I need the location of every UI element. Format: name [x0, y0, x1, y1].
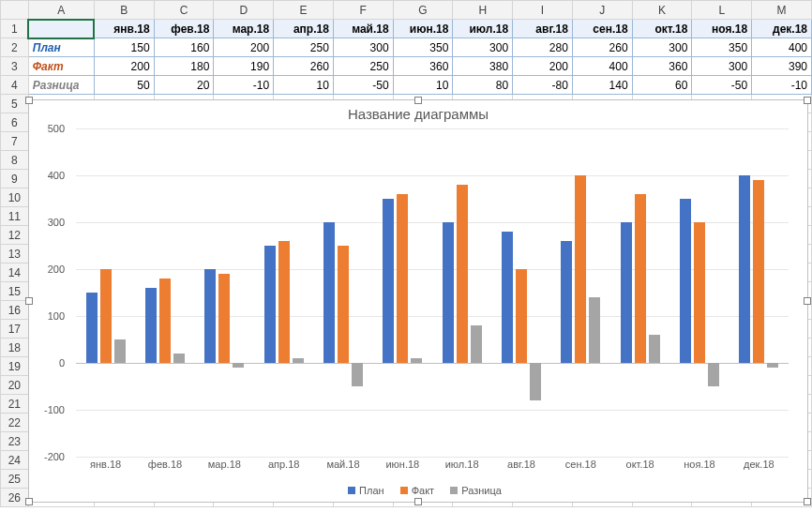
cell[interactable]: 10 — [393, 76, 453, 95]
cell[interactable]: -10 — [214, 76, 274, 95]
row-header[interactable]: 1 — [1, 20, 29, 38]
row-header[interactable]: 20 — [1, 376, 29, 395]
cell[interactable]: 260 — [274, 57, 334, 76]
cell[interactable]: 300 — [333, 38, 393, 57]
chart-bar[interactable] — [708, 363, 719, 386]
col-header[interactable]: M — [752, 1, 812, 20]
row-header[interactable]: 21 — [1, 395, 29, 414]
row-header[interactable]: 11 — [1, 207, 29, 226]
cell[interactable]: 350 — [393, 38, 453, 57]
chart-bar[interactable] — [278, 241, 290, 363]
cell[interactable]: ноя.18 — [692, 20, 752, 38]
chart-bar[interactable] — [443, 222, 454, 363]
resize-handle-icon[interactable] — [804, 97, 811, 104]
cell[interactable]: 380 — [453, 57, 513, 76]
cell[interactable]: 390 — [752, 57, 812, 76]
chart-bar[interactable] — [589, 297, 600, 363]
cell[interactable]: 20 — [154, 76, 214, 95]
row-label[interactable]: Разница — [28, 76, 94, 95]
col-header[interactable]: K — [632, 1, 692, 20]
cell[interactable]: 140 — [572, 76, 632, 95]
row-header[interactable]: 24 — [1, 451, 29, 470]
cell[interactable]: авг.18 — [513, 20, 573, 38]
chart-bar[interactable] — [561, 241, 572, 363]
chart-bar[interactable] — [218, 274, 230, 363]
row-label[interactable]: Факт — [28, 57, 94, 76]
cell[interactable]: июн.18 — [393, 20, 453, 38]
row-header[interactable]: 10 — [1, 188, 29, 207]
col-header[interactable]: E — [274, 1, 334, 20]
cell[interactable]: 160 — [154, 38, 214, 57]
cell[interactable]: апр.18 — [274, 20, 334, 38]
col-header[interactable]: H — [453, 1, 513, 20]
cell[interactable]: 180 — [154, 57, 214, 76]
row-header[interactable]: 15 — [1, 282, 29, 301]
chart-bar[interactable] — [471, 325, 482, 363]
chart-bar[interactable] — [352, 363, 363, 386]
chart-bar[interactable] — [530, 363, 541, 400]
chart-bar[interactable] — [100, 269, 112, 363]
chart-bar[interactable] — [159, 279, 171, 363]
cell[interactable]: дек.18 — [752, 20, 812, 38]
cell[interactable]: 280 — [513, 38, 573, 57]
cell[interactable]: июл.18 — [453, 20, 513, 38]
row-header[interactable]: 5 — [1, 95, 29, 113]
cell[interactable]: -50 — [692, 76, 752, 95]
resize-handle-icon[interactable] — [804, 297, 811, 305]
col-header[interactable]: L — [692, 1, 752, 20]
chart-bar[interactable] — [173, 354, 185, 363]
col-header[interactable]: G — [393, 1, 453, 20]
chart-bar[interactable] — [649, 335, 660, 363]
cell[interactable]: -10 — [752, 76, 812, 95]
row-header[interactable]: 23 — [1, 432, 29, 451]
cell[interactable]: 360 — [393, 57, 453, 76]
cell[interactable]: май.18 — [333, 20, 393, 38]
cell[interactable]: 80 — [453, 76, 513, 95]
cell[interactable]: 300 — [453, 38, 513, 57]
row-header[interactable]: 18 — [1, 339, 29, 357]
row-header[interactable]: 25 — [1, 470, 29, 489]
chart-bar[interactable] — [739, 175, 750, 363]
chart-legend[interactable]: План Факт Разница — [29, 484, 807, 496]
col-header[interactable]: C — [154, 1, 214, 20]
row-header[interactable]: 4 — [1, 76, 29, 95]
chart-bar[interactable] — [338, 246, 349, 363]
row-header[interactable]: 17 — [1, 320, 29, 339]
chart-bar[interactable] — [457, 185, 468, 363]
cell[interactable]: окт.18 — [632, 20, 692, 38]
row-header[interactable]: 2 — [1, 38, 29, 57]
chart-bar[interactable] — [575, 175, 586, 363]
chart-bar[interactable] — [767, 363, 778, 368]
chart-bar[interactable] — [323, 222, 335, 363]
chart-bar[interactable] — [621, 222, 632, 363]
cell[interactable]: -50 — [333, 76, 393, 95]
cell[interactable]: 400 — [752, 38, 812, 57]
chart-bar[interactable] — [114, 339, 126, 363]
row-header[interactable]: 26 — [1, 489, 29, 507]
cell[interactable]: 200 — [94, 57, 154, 76]
cell[interactable]: фев.18 — [154, 20, 214, 38]
cell-A1[interactable] — [28, 20, 94, 38]
chart-bar[interactable] — [397, 194, 408, 363]
cell[interactable]: 350 — [692, 38, 752, 57]
cell[interactable]: 400 — [572, 57, 632, 76]
chart-bar[interactable] — [204, 269, 216, 363]
resize-handle-icon[interactable] — [414, 498, 422, 505]
row-header[interactable]: 16 — [1, 301, 29, 320]
chart-bar[interactable] — [680, 199, 691, 363]
chart-bar[interactable] — [264, 246, 276, 363]
cell[interactable]: 360 — [632, 57, 692, 76]
row-header[interactable]: 6 — [1, 113, 29, 132]
col-header[interactable]: F — [333, 1, 393, 20]
cell[interactable]: 150 — [94, 38, 154, 57]
row-header[interactable]: 8 — [1, 151, 29, 170]
chart-bar[interactable] — [694, 222, 705, 363]
row-header[interactable]: 3 — [1, 57, 29, 76]
col-header[interactable]: I — [513, 1, 573, 20]
chart-bar[interactable] — [635, 194, 646, 363]
cell[interactable]: 200 — [214, 38, 274, 57]
cell[interactable]: 50 — [94, 76, 154, 95]
select-all-corner[interactable] — [1, 1, 29, 20]
col-header[interactable]: J — [572, 1, 632, 20]
col-header[interactable]: A — [28, 1, 94, 20]
